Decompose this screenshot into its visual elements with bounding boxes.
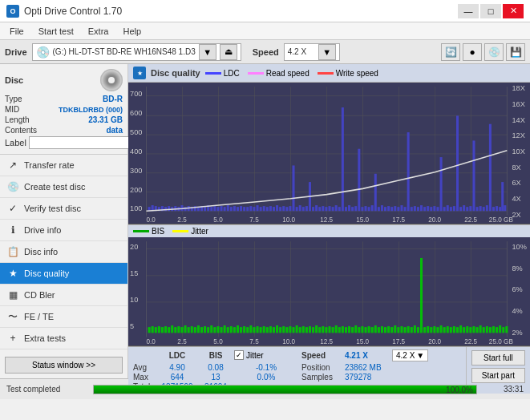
svg-rect-68: [358, 149, 360, 212]
disc-quality-header-icon: ★: [133, 67, 146, 79]
speed-select-display[interactable]: 4.2 X ▼: [392, 349, 428, 361]
sidebar-item-verify-test-disc[interactable]: ✓ Verify test disc: [0, 198, 127, 220]
svg-rect-127: [433, 206, 435, 211]
sidebar-item-label: Create test disc: [24, 182, 85, 192]
svg-text:20.0: 20.0: [428, 216, 441, 224]
svg-rect-188: [171, 325, 173, 333]
svg-rect-77: [249, 206, 252, 211]
svg-text:14X: 14X: [512, 116, 525, 124]
svg-rect-132: [453, 206, 455, 211]
svg-text:16X: 16X: [512, 100, 525, 108]
svg-text:15.0: 15.0: [356, 338, 369, 345]
svg-rect-76: [246, 207, 249, 211]
svg-text:5.0: 5.0: [213, 216, 223, 224]
svg-rect-218: [269, 326, 272, 333]
disc-contents-label: Contents: [5, 126, 37, 135]
title-bar: O Opti Drive Control 1.70 — □ ✕: [0, 0, 530, 22]
menu-help[interactable]: Help: [116, 25, 148, 38]
svg-rect-139: [483, 207, 485, 211]
sidebar-item-label: Disc info: [24, 247, 58, 256]
refresh-icon-btn[interactable]: 🔄: [441, 43, 460, 61]
drive-eject-btn[interactable]: ⏏: [220, 44, 237, 60]
svg-text:6X: 6X: [512, 179, 521, 187]
record-icon-btn[interactable]: ●: [463, 43, 482, 61]
svg-rect-226: [296, 325, 298, 333]
svg-rect-0: [128, 83, 530, 224]
disc-icon-btn[interactable]: 💿: [484, 43, 504, 61]
svg-rect-237: [332, 327, 334, 333]
svg-rect-121: [414, 206, 416, 211]
svg-rect-60: [230, 207, 233, 211]
speed-select-val: 4.2 X: [396, 351, 415, 360]
svg-rect-243: [351, 327, 354, 333]
svg-rect-284: [486, 326, 488, 333]
disc-label-input[interactable]: [29, 136, 136, 149]
svg-rect-211: [246, 327, 249, 333]
speed-dropdown-btn[interactable]: ▼: [318, 44, 336, 60]
svg-text:25.0 GB: 25.0 GB: [489, 216, 513, 224]
svg-rect-58: [224, 207, 226, 211]
svg-rect-59: [227, 205, 229, 211]
svg-rect-289: [502, 327, 504, 333]
sidebar-item-extra-tests[interactable]: + Extra tests: [0, 328, 127, 349]
sidebar-item-create-test-disc[interactable]: 💿 Create test disc: [0, 176, 127, 198]
menu-start-test[interactable]: Start test: [32, 25, 80, 38]
svg-text:700: 700: [130, 90, 142, 98]
legend-bis-label: BIS: [152, 227, 164, 236]
start-full-btn[interactable]: Start full: [471, 350, 525, 365]
save-icon-btn[interactable]: 💾: [506, 43, 525, 61]
sidebar-item-disc-quality[interactable]: ★ Disc quality: [0, 263, 127, 285]
avg-jitter-val: -0.1%: [234, 363, 298, 372]
menu-extra[interactable]: Extra: [82, 25, 115, 38]
svg-rect-140: [486, 205, 488, 211]
svg-rect-142: [496, 206, 498, 211]
right-panel: ★ Disc quality LDC Read speed Write spee…: [128, 64, 530, 378]
sidebar-item-label: FE / TE: [24, 312, 54, 321]
drive-dropdown-btn[interactable]: ▼: [199, 44, 216, 60]
svg-rect-109: [368, 207, 370, 211]
drive-info-icon: ℹ: [6, 224, 19, 236]
svg-text:20: 20: [130, 242, 138, 250]
sidebar-item-drive-info[interactable]: ℹ Drive info: [0, 220, 127, 241]
svg-rect-196: [197, 325, 200, 333]
sidebar-item-fe-te[interactable]: 〜 FE / TE: [0, 306, 127, 328]
svg-rect-67: [342, 107, 344, 211]
minimize-button[interactable]: —: [458, 4, 479, 18]
start-part-btn[interactable]: Start part: [471, 368, 525, 383]
sidebar-item-label: Transfer rate: [24, 160, 75, 170]
svg-rect-198: [204, 326, 206, 333]
svg-rect-95: [315, 205, 318, 211]
sidebar-item-disc-info[interactable]: 📋 Disc info: [0, 241, 127, 263]
svg-rect-247: [364, 327, 366, 333]
menu-file[interactable]: File: [3, 25, 30, 38]
svg-rect-122: [417, 207, 419, 211]
svg-rect-258: [400, 326, 403, 333]
svg-rect-187: [168, 327, 170, 333]
bis-legend-bar: BIS Jitter: [128, 224, 530, 237]
sidebar-item-transfer-rate[interactable]: ↗ Transfer rate: [0, 155, 127, 176]
maximize-button[interactable]: □: [480, 4, 501, 18]
title-bar-left: O Opti Drive Control 1.70: [6, 5, 122, 18]
close-button[interactable]: ✕: [503, 4, 524, 18]
svg-rect-93: [305, 206, 308, 211]
svg-rect-185: [161, 327, 164, 333]
sidebar-item-cd-bler[interactable]: ▦ CD Bler: [0, 285, 127, 306]
svg-rect-282: [479, 325, 482, 333]
disc-contents-row: Contents data: [5, 126, 123, 135]
window-controls: — □ ✕: [458, 4, 524, 18]
svg-text:12.5: 12.5: [320, 216, 333, 224]
status-text: Test completed: [6, 385, 87, 394]
svg-rect-74: [489, 124, 492, 212]
svg-rect-126: [430, 207, 432, 211]
svg-rect-233: [318, 327, 321, 333]
svg-rect-223: [285, 327, 288, 333]
svg-rect-201: [213, 327, 216, 333]
jitter-checkbox[interactable]: ✓: [234, 350, 244, 360]
svg-text:400: 400: [130, 147, 142, 155]
status-window-btn[interactable]: Status window >>: [5, 357, 123, 374]
sidebar-nav: ↗ Transfer rate 💿 Create test disc ✓ Ver…: [0, 155, 127, 352]
svg-rect-231: [312, 327, 314, 333]
svg-rect-264: [420, 258, 423, 333]
svg-rect-279: [469, 327, 471, 333]
ldc-color-swatch: [205, 72, 221, 75]
